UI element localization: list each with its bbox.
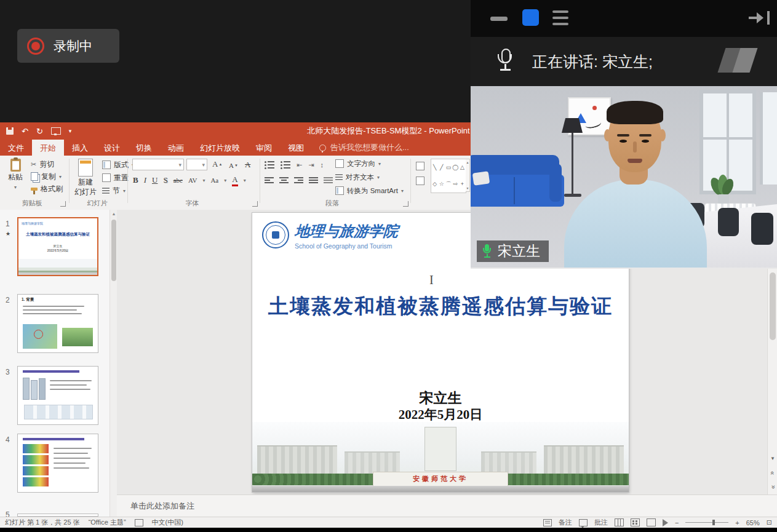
comments-toggle-label[interactable]: 批注 [594, 518, 608, 527]
shape-line2-icon[interactable]: ╱ [440, 165, 443, 170]
shrink-font-button[interactable]: A ▼ [229, 160, 238, 171]
bullets-icon[interactable] [265, 161, 274, 169]
tell-me-box[interactable]: 告诉我您想要做什么... [312, 140, 416, 156]
comments-toggle-icon[interactable] [579, 519, 588, 526]
thumbnail-scrollbar-thumb[interactable] [111, 220, 116, 281]
slide-title[interactable]: 土壤蒸发和植被蒸腾遥感估算与验证 [252, 293, 629, 320]
italic-button[interactable]: I [144, 175, 146, 185]
tab-animations[interactable]: 动画 [160, 140, 192, 156]
school-logo[interactable]: 地理与旅游学院 School of Geography and Tourism [262, 221, 398, 250]
format-painter-button[interactable]: 格式刷 [31, 183, 63, 194]
shape-triangle-icon[interactable]: △ [460, 165, 464, 170]
wordart-tool[interactable] [416, 175, 424, 186]
tab-transitions[interactable]: 切换 [128, 140, 160, 156]
clear-formatting-button[interactable]: A [245, 159, 250, 170]
change-case-button[interactable]: Aa [210, 177, 218, 184]
character-spacing-button[interactable]: AV [188, 177, 197, 184]
reading-view-icon[interactable] [647, 518, 656, 526]
decrease-indent-icon[interactable]: ⇤ [297, 161, 302, 169]
slide-thumbnail-1[interactable]: 地理与旅游学院 土壤蒸发和植被蒸腾遥感估算与验证 宋立生 2022年5月20日 [17, 217, 98, 276]
text-shadow-button[interactable]: S [163, 175, 167, 185]
align-center-icon[interactable] [279, 177, 289, 183]
numbering-icon[interactable] [281, 161, 290, 169]
shape-arrow-icon[interactable]: ⇨ [453, 181, 458, 187]
slide-date[interactable]: 2022年5月20日 [252, 406, 629, 423]
font-name-combobox[interactable]: ▾ [132, 159, 184, 170]
shape-rectangle-icon[interactable]: ▭ [446, 165, 452, 170]
justify-icon[interactable] [309, 177, 318, 183]
participant-video[interactable]: 宋立生 [471, 86, 777, 269]
shapes-gallery-scroll[interactable]: ▲ ▼ [466, 159, 470, 192]
tab-slideshow[interactable]: 幻灯片放映 [192, 140, 248, 156]
recording-indicator[interactable]: 录制中 [17, 29, 119, 63]
textbox-tool[interactable] [416, 161, 424, 172]
editor-scrollbar[interactable]: ▼ « « [767, 269, 777, 494]
strikethrough-button[interactable]: abc [173, 177, 183, 184]
zoom-in-button[interactable]: + [735, 519, 739, 526]
next-slide-button[interactable]: « [768, 482, 777, 493]
font-color-button[interactable]: A [232, 175, 237, 186]
slide-number-indicator[interactable]: 幻灯片 第 1 张，共 25 张 [5, 518, 80, 527]
underline-button[interactable]: U [152, 175, 157, 185]
proofing-icon[interactable] [135, 519, 143, 526]
slideshow-view-icon[interactable] [663, 519, 668, 526]
notes-toggle-label[interactable]: 备注 [559, 518, 572, 527]
shape-star-icon[interactable]: ☆ [439, 181, 444, 187]
fit-to-window-icon[interactable]: ⊡ [767, 518, 772, 526]
scroll-down-button[interactable]: ▼ [768, 453, 777, 464]
align-text-button[interactable]: 对齐文本 ▾ [335, 172, 380, 183]
minimize-icon[interactable] [490, 17, 508, 21]
font-size-combobox[interactable]: ▾ [186, 159, 207, 170]
shape-diamond-icon[interactable]: ◇ [432, 181, 437, 187]
tab-home[interactable]: 开始 [32, 140, 64, 156]
slide-thumbnail-3[interactable] [17, 366, 98, 425]
shapes-gallery[interactable]: ╲ ╱ ▭ ◯ △ ◇ ☆ ⌒ ⇨ + [431, 159, 466, 193]
slide-thumbnail-4[interactable] [17, 434, 98, 493]
notes-pane[interactable]: 单击此处添加备注 [117, 494, 777, 517]
shape-ellipse-icon[interactable]: ◯ [452, 165, 458, 170]
line-spacing-icon[interactable]: ↕ [320, 161, 324, 169]
zoom-out-button[interactable]: − [675, 519, 679, 526]
menu-icon[interactable] [552, 10, 568, 25]
language-indicator[interactable]: 中文(中国) [152, 518, 183, 527]
campus-photo[interactable]: 安徽师范大学 [252, 422, 629, 492]
increase-indent-icon[interactable]: ⇥ [308, 161, 314, 169]
shape-line-icon[interactable]: ╲ [433, 165, 436, 170]
tab-file[interactable]: 文件 [0, 140, 32, 156]
grow-font-button[interactable]: A ▲ [212, 159, 222, 170]
align-right-icon[interactable] [294, 177, 303, 183]
normal-view-icon[interactable] [615, 518, 624, 526]
slide-sorter-view-icon[interactable] [631, 518, 640, 526]
slide-author[interactable]: 宋立生 [252, 389, 629, 408]
reset-button[interactable]: 重置 [102, 172, 129, 183]
shape-plus-icon[interactable]: + [461, 181, 464, 187]
tab-insert[interactable]: 插入 [64, 140, 96, 156]
tab-review[interactable]: 审阅 [248, 140, 280, 156]
paragraph-dialog-launcher[interactable] [403, 201, 408, 207]
paste-button[interactable]: 粘贴 ▾ [2, 157, 28, 191]
previous-slide-button[interactable]: « [768, 467, 777, 478]
zoom-slider-knob[interactable] [712, 520, 715, 525]
slide-thumbnail-2[interactable]: 1. 背景 [17, 294, 98, 353]
copy-button[interactable]: 复制 ▾ [31, 171, 62, 182]
bold-button[interactable]: B [133, 175, 138, 185]
editor-scrollbar-thumb[interactable] [770, 272, 776, 340]
clipboard-dialog-launcher[interactable] [60, 201, 66, 207]
notes-toggle-icon[interactable] [543, 519, 552, 526]
layout-button[interactable]: 版式 ▾ [102, 159, 134, 170]
layout-mode-icon[interactable] [522, 9, 539, 26]
zoom-level[interactable]: 65% [746, 519, 760, 526]
section-button[interactable]: 节 ▾ [102, 185, 126, 196]
tab-design[interactable]: 设计 [96, 140, 128, 156]
collapse-panel-icon[interactable] [749, 10, 770, 26]
columns-icon[interactable] [324, 177, 333, 183]
new-slide-button[interactable]: 新建 幻灯片 [71, 157, 100, 196]
font-dialog-launcher[interactable] [252, 201, 258, 207]
smartart-button[interactable]: 转换为 SmartArt ▾ [335, 185, 404, 196]
align-left-icon[interactable] [265, 177, 274, 183]
shape-arc-icon[interactable]: ⌒ [445, 181, 451, 187]
cut-button[interactable]: ✂ 剪切 [31, 159, 54, 170]
text-direction-button[interactable]: 文字方向 ▾ [335, 158, 381, 169]
tab-view[interactable]: 视图 [280, 140, 312, 156]
zoom-slider[interactable] [685, 522, 728, 523]
